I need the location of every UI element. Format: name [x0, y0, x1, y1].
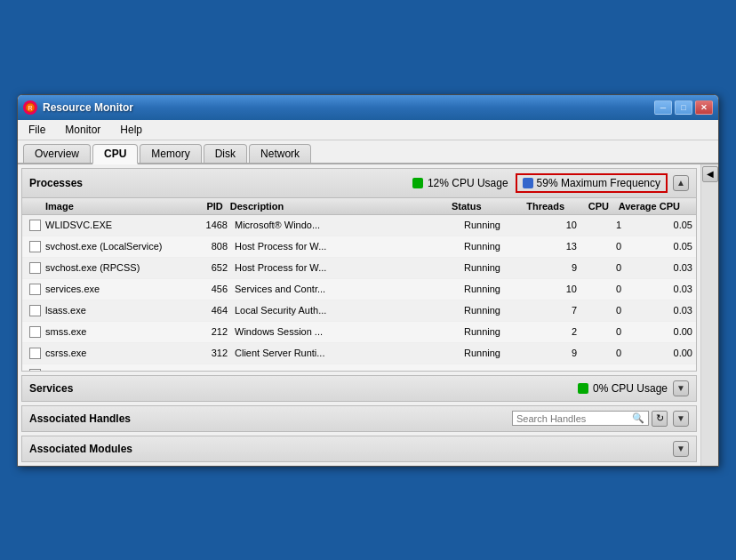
row-checkbox-5[interactable]: [29, 326, 41, 338]
cell-cpu-5: 0: [580, 324, 625, 340]
max-freq-label: 59% Maximum Frequency: [537, 177, 660, 189]
services-collapse-btn[interactable]: ▼: [673, 380, 689, 396]
scroll-up-btn[interactable]: ◀: [702, 166, 718, 182]
cell-image-0: WLIDSVC.EXE: [42, 217, 182, 233]
handles-collapse-btn[interactable]: ▼: [673, 411, 689, 427]
close-button[interactable]: ✕: [695, 100, 713, 115]
main-panel: Processes 12% CPU Usage 59% Maximum Freq…: [18, 164, 700, 466]
minimize-button[interactable]: ─: [654, 100, 672, 115]
cell-pid-7: 360: [182, 366, 231, 371]
table-row[interactable]: lsass.exe 464 Local Security Auth... Run…: [22, 300, 696, 322]
cell-cpu-7: 0: [580, 366, 625, 371]
tab-overview[interactable]: Overview: [23, 144, 91, 163]
cell-desc-5: Windows Session ...: [231, 324, 460, 340]
cell-image-5: smss.exe: [42, 324, 182, 340]
cell-avgcpu-0: 0.05: [625, 217, 696, 233]
services-title: Services: [29, 382, 578, 395]
row-checkbox-area: [22, 322, 42, 342]
row-checkbox-1[interactable]: [29, 241, 41, 252]
menu-help[interactable]: Help: [115, 122, 148, 138]
processes-title: Processes: [29, 177, 412, 189]
cell-status-0: Running: [460, 217, 523, 233]
table-row[interactable]: csrss.exe 312 Client Server Runti... Run…: [22, 343, 696, 364]
cell-avgcpu-2: 0.03: [625, 260, 696, 276]
cell-image-7: wininit.exe: [42, 366, 182, 371]
window-controls: ─ □ ✕: [654, 100, 713, 115]
processes-section: Processes 12% CPU Usage 59% Maximum Freq…: [21, 168, 697, 372]
cell-pid-4: 464: [182, 302, 231, 318]
cell-pid-0: 1468: [182, 217, 231, 233]
handles-search-input[interactable]: [516, 413, 632, 424]
table-row[interactable]: svchost.exe (RPCSS) 652 Host Process for…: [22, 258, 696, 279]
col-header-status[interactable]: Status: [448, 198, 510, 214]
cell-desc-1: Host Process for W...: [231, 238, 460, 254]
cell-threads-4: 7: [523, 302, 580, 318]
cell-threads-6: 9: [523, 345, 580, 361]
table-row[interactable]: smss.exe 212 Windows Session ... Running…: [22, 322, 696, 343]
cell-image-4: lsass.exe: [42, 302, 182, 318]
row-checkbox-area: [22, 215, 42, 236]
maximize-button[interactable]: □: [675, 100, 692, 115]
row-checkbox-3[interactable]: [29, 284, 41, 295]
tab-network[interactable]: Network: [249, 144, 311, 163]
cell-threads-5: 2: [523, 324, 580, 340]
col-header-threads[interactable]: Threads: [510, 198, 568, 214]
handles-search-box: 🔍: [512, 411, 649, 426]
tab-disk[interactable]: Disk: [204, 144, 247, 163]
cell-pid-3: 456: [182, 281, 231, 297]
table-row[interactable]: services.exe 456 Services and Contr... R…: [22, 279, 696, 300]
menu-bar: File Monitor Help: [18, 120, 718, 140]
handles-header[interactable]: Associated Handles 🔍 ↻ ▼: [22, 406, 696, 431]
table-row[interactable]: svchost.exe (LocalService) 808 Host Proc…: [22, 236, 696, 258]
col-header-avgcpu[interactable]: Average CPU: [612, 198, 684, 214]
cell-pid-2: 652: [182, 260, 231, 276]
processes-cpu-status: 12% CPU Usage: [412, 177, 508, 189]
handles-section: Associated Handles 🔍 ↻ ▼: [21, 405, 697, 432]
handles-title: Associated Handles: [29, 412, 271, 425]
processes-collapse-btn[interactable]: ▲: [673, 175, 689, 191]
cell-pid-1: 808: [182, 238, 231, 254]
tab-cpu[interactable]: CPU: [92, 144, 138, 164]
row-checkbox-4[interactable]: [29, 305, 41, 316]
menu-monitor[interactable]: Monitor: [60, 122, 106, 138]
row-checkbox-area: [22, 300, 42, 321]
window-title: Resource Monitor: [43, 101, 654, 114]
cpu-status-dot: [412, 178, 423, 188]
row-checkbox-7[interactable]: [29, 369, 41, 371]
max-frequency-badge: 59% Maximum Frequency: [516, 173, 668, 193]
row-checkbox-0[interactable]: [29, 220, 41, 231]
cell-threads-3: 10: [523, 281, 580, 297]
table-row[interactable]: wininit.exe 360 Windows Start-Up ... Run…: [22, 364, 696, 371]
modules-header[interactable]: Associated Modules ▼: [22, 436, 696, 461]
processes-table-body: WLIDSVC.EXE 1468 Microsoft® Windo... Run…: [22, 215, 696, 371]
row-checkbox-area: [22, 364, 42, 371]
cell-threads-0: 10: [523, 217, 580, 233]
cell-cpu-4: 0: [580, 302, 625, 318]
col-header-cpu[interactable]: CPU: [568, 198, 612, 214]
cell-status-3: Running: [460, 281, 523, 297]
services-status: 0% CPU Usage: [578, 382, 668, 395]
modules-collapse-btn[interactable]: ▼: [673, 441, 689, 457]
modules-section: Associated Modules ▼: [21, 436, 697, 462]
table-row[interactable]: WLIDSVC.EXE 1468 Microsoft® Windo... Run…: [22, 215, 696, 236]
processes-cpu-label: 12% CPU Usage: [428, 177, 508, 189]
cell-image-6: csrss.exe: [42, 345, 182, 361]
tab-memory[interactable]: Memory: [140, 144, 201, 163]
row-checkbox-6[interactable]: [29, 348, 41, 359]
cell-avgcpu-5: 0.00: [625, 324, 696, 340]
cell-image-3: services.exe: [42, 281, 182, 297]
row-checkbox-area: [22, 279, 42, 300]
services-header[interactable]: Services 0% CPU Usage ▼: [22, 376, 696, 401]
services-status-dot: [578, 383, 588, 394]
col-header-pid[interactable]: PID: [178, 198, 227, 214]
processes-header[interactable]: Processes 12% CPU Usage 59% Maximum Freq…: [22, 169, 696, 198]
row-checkbox-2[interactable]: [29, 262, 41, 274]
col-header-description[interactable]: Description: [227, 198, 448, 214]
cell-desc-2: Host Process for W...: [231, 260, 460, 276]
cell-avgcpu-6: 0.00: [625, 345, 696, 361]
col-header-image[interactable]: Image: [42, 198, 178, 214]
handles-refresh-btn[interactable]: ↻: [652, 411, 668, 427]
search-icon[interactable]: 🔍: [632, 412, 644, 424]
menu-file[interactable]: File: [23, 122, 51, 138]
cell-threads-1: 13: [523, 238, 580, 254]
